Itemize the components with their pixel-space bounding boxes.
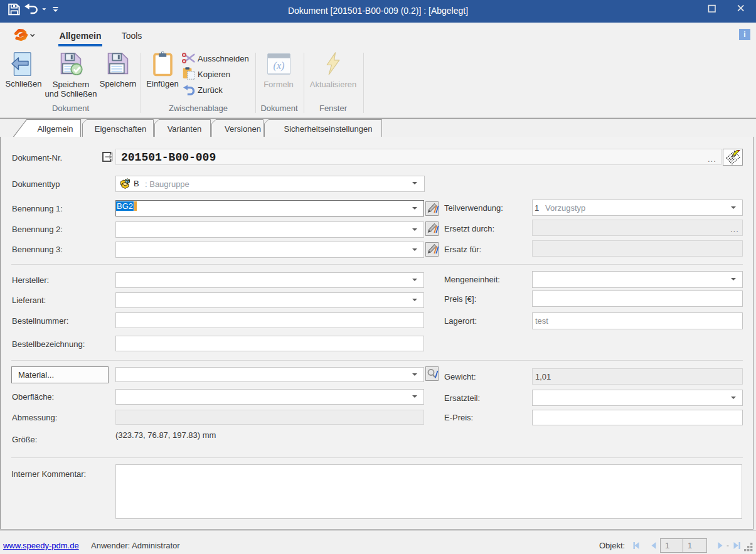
svg-text:Eigenschaften: Eigenschaften [95, 124, 146, 134]
svg-text:Versionen: Versionen [225, 124, 261, 134]
svg-text:(x): (x) [274, 60, 285, 72]
svg-text:Varianten: Varianten [168, 124, 202, 134]
svg-text:1: 1 [688, 541, 692, 550]
svg-text:Allgemein: Allgemein [37, 124, 73, 134]
svg-text:1: 1 [665, 541, 669, 550]
svg-text:Sicherheitseinstellungen: Sicherheitseinstellungen [284, 124, 373, 134]
